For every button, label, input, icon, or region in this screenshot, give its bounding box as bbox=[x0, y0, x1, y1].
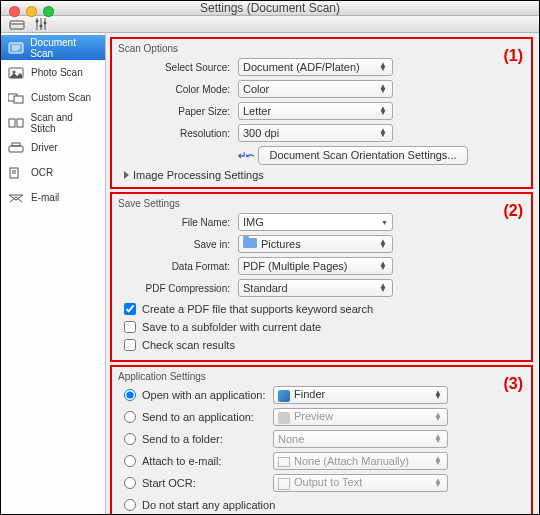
sidebar-item-label: OCR bbox=[31, 167, 53, 178]
annotation-3: (3) bbox=[503, 375, 523, 393]
main-panel: (1) Scan Options Select Source: Document… bbox=[106, 33, 539, 515]
application-settings-section: (3) Application Settings Open with an ap… bbox=[110, 365, 533, 515]
select-source-dropdown[interactable]: Document (ADF/Platen)▲▼ bbox=[238, 58, 393, 76]
image-processing-disclosure[interactable]: Image Processing Settings bbox=[118, 169, 525, 181]
start-ocr-dropdown[interactable]: Output to Text▲▼ bbox=[273, 474, 448, 492]
open-app-dropdown[interactable]: Finder▲▼ bbox=[273, 386, 448, 404]
save-settings-section: (2) Save Settings File Name: IMG▼ Save i… bbox=[110, 192, 533, 362]
sidebar-item-label: Photo Scan bbox=[31, 67, 83, 78]
paper-size-label: Paper Size: bbox=[118, 106, 238, 117]
minimize-icon[interactable] bbox=[26, 6, 37, 17]
svg-rect-17 bbox=[17, 119, 23, 127]
svg-rect-19 bbox=[12, 143, 20, 146]
section-title: Application Settings bbox=[118, 371, 525, 382]
save-in-label: Save in: bbox=[118, 239, 238, 250]
sidebar-item-label: E-mail bbox=[31, 192, 59, 203]
email-icon bbox=[7, 191, 25, 205]
scan-options-section: (1) Scan Options Select Source: Document… bbox=[110, 37, 533, 189]
scan-stitch-icon bbox=[7, 116, 25, 130]
paper-size-dropdown[interactable]: Letter▲▼ bbox=[238, 102, 393, 120]
sidebar-item-photo-scan[interactable]: Photo Scan bbox=[1, 60, 105, 85]
window-controls bbox=[9, 6, 54, 17]
sidebar-item-label: Custom Scan bbox=[31, 92, 91, 103]
file-name-label: File Name: bbox=[118, 217, 238, 228]
window-title: Settings (Document Scan) bbox=[1, 1, 539, 15]
sliders-tool-icon[interactable] bbox=[33, 16, 49, 32]
color-mode-dropdown[interactable]: Color▲▼ bbox=[238, 80, 393, 98]
toolbar bbox=[1, 16, 539, 33]
folder-icon bbox=[243, 238, 257, 248]
file-name-input[interactable]: IMG▼ bbox=[238, 213, 393, 231]
annotation-1: (1) bbox=[503, 47, 523, 65]
svg-rect-15 bbox=[14, 96, 23, 103]
photo-scan-icon bbox=[7, 66, 25, 80]
svg-rect-18 bbox=[9, 146, 23, 152]
close-icon[interactable] bbox=[9, 6, 20, 17]
pdf-compression-label: PDF Compression: bbox=[118, 283, 238, 294]
annotation-2: (2) bbox=[503, 202, 523, 220]
send-app-radio[interactable]: Send to an application: bbox=[118, 411, 273, 423]
sidebar-item-email[interactable]: E-mail bbox=[1, 185, 105, 210]
svg-point-6 bbox=[40, 25, 43, 28]
select-source-label: Select Source: bbox=[118, 62, 238, 73]
pdf-compression-dropdown[interactable]: Standard▲▼ bbox=[238, 279, 393, 297]
color-mode-label: Color Mode: bbox=[118, 84, 238, 95]
attach-email-dropdown[interactable]: None (Attach Manually)▲▼ bbox=[273, 452, 448, 470]
data-format-label: Data Format: bbox=[118, 261, 238, 272]
resolution-label: Resolution: bbox=[118, 128, 238, 139]
send-folder-radio[interactable]: Send to a folder: bbox=[118, 433, 273, 445]
keyword-search-checkbox[interactable]: Create a PDF file that supports keyword … bbox=[118, 300, 525, 318]
sidebar-item-custom-scan[interactable]: Custom Scan bbox=[1, 85, 105, 110]
data-format-dropdown[interactable]: PDF (Multiple Pages)▲▼ bbox=[238, 257, 393, 275]
section-title: Save Settings bbox=[118, 198, 525, 209]
body: Document Scan Photo Scan Custom Scan Sca… bbox=[1, 33, 539, 515]
sidebar-item-scan-stitch[interactable]: Scan and Stitch bbox=[1, 110, 105, 135]
sidebar: Document Scan Photo Scan Custom Scan Sca… bbox=[1, 33, 106, 515]
sidebar-item-ocr[interactable]: OCR bbox=[1, 160, 105, 185]
start-ocr-radio[interactable]: Start OCR: bbox=[118, 477, 273, 489]
resolution-dropdown[interactable]: 300 dpi▲▼ bbox=[238, 124, 393, 142]
open-app-radio[interactable]: Open with an application: bbox=[118, 389, 273, 401]
svg-point-5 bbox=[36, 20, 39, 23]
scanner-tool-icon[interactable] bbox=[9, 16, 25, 32]
document-scan-icon bbox=[7, 41, 24, 55]
orientation-settings-button[interactable]: Document Scan Orientation Settings... bbox=[258, 146, 468, 165]
titlebar: Settings (Document Scan) bbox=[1, 1, 539, 16]
svg-point-7 bbox=[44, 22, 47, 25]
sidebar-item-label: Scan and Stitch bbox=[31, 112, 99, 134]
check-results-checkbox[interactable]: Check scan results bbox=[118, 336, 525, 354]
svg-rect-16 bbox=[9, 119, 15, 127]
custom-scan-icon bbox=[7, 91, 25, 105]
sidebar-item-driver[interactable]: Driver bbox=[1, 135, 105, 160]
section-title: Scan Options bbox=[118, 43, 525, 54]
no-app-radio[interactable]: Do not start any application bbox=[118, 499, 318, 511]
orientation-arrow-icon: ↵⤺ bbox=[238, 150, 254, 161]
subfolder-date-checkbox[interactable]: Save to a subfolder with current date bbox=[118, 318, 525, 336]
sidebar-item-label: Driver bbox=[31, 142, 58, 153]
send-app-dropdown[interactable]: Preview▲▼ bbox=[273, 408, 448, 426]
attach-email-radio[interactable]: Attach to e-mail: bbox=[118, 455, 273, 467]
disclosure-triangle-icon bbox=[124, 171, 129, 179]
sidebar-item-document-scan[interactable]: Document Scan bbox=[1, 35, 105, 60]
send-folder-dropdown[interactable]: None▲▼ bbox=[273, 430, 448, 448]
settings-window: Settings (Document Scan) Document Scan P… bbox=[1, 1, 539, 514]
zoom-icon[interactable] bbox=[43, 6, 54, 17]
svg-rect-0 bbox=[10, 21, 24, 29]
save-in-dropdown[interactable]: Pictures▲▼ bbox=[238, 235, 393, 253]
ocr-icon bbox=[7, 166, 25, 180]
sidebar-item-label: Document Scan bbox=[30, 37, 99, 59]
driver-icon bbox=[7, 141, 25, 155]
